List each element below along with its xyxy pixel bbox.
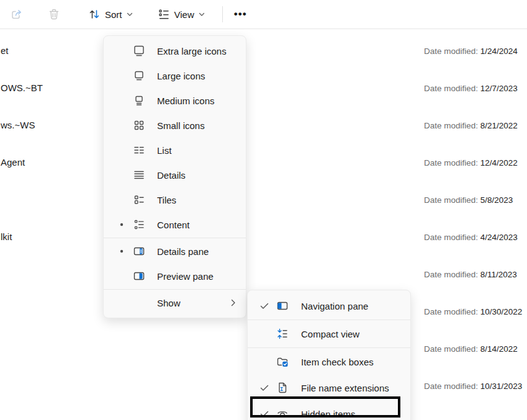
submenu-item-file-name-extensions[interactable]: File name extensions (248, 375, 410, 401)
date-modified: Date modified: 4/24/2023 (424, 231, 518, 244)
date-modified: Date modified: 10/30/2022 (424, 306, 522, 318)
menu-item-label: Details pane (148, 246, 228, 257)
menu-separator (104, 289, 246, 290)
sort-icon (88, 8, 101, 20)
view-dropdown-menu: Extra large icons Large icons Medium ico… (103, 35, 246, 318)
chevron-down-icon (127, 12, 133, 17)
menu-separator (248, 319, 410, 320)
view-button-label: View (174, 9, 194, 20)
file-row[interactable]: lkit Date modified: 4/24/2023 (0, 224, 527, 262)
tiles-icon (130, 194, 148, 206)
file-row[interactable]: OWS.~BT Date modified: 12/7/2023 (0, 75, 527, 113)
menu-item-tiles[interactable]: Tiles (104, 187, 246, 212)
submenu-item-item-check-boxes[interactable]: Item check boxes (248, 349, 410, 375)
show-submenu: Navigation pane Compact view (247, 290, 411, 420)
menu-item-label: Content (148, 220, 228, 230)
check-icon (256, 303, 273, 310)
date-modified: Date modified: 1/24/2024 (424, 45, 518, 58)
chevron-down-icon (199, 12, 205, 17)
details-pane-icon (130, 245, 148, 257)
menu-item-list[interactable]: List (104, 138, 246, 163)
file-row[interactable]: Agent Date modified: 12/4/2022 (0, 150, 527, 187)
submenu-item-hidden-items[interactable]: Hidden items (248, 401, 410, 420)
menu-item-preview-pane[interactable]: Preview pane (104, 264, 246, 288)
menu-item-show[interactable]: Show (104, 290, 246, 315)
see-more-button[interactable]: ••• (229, 4, 252, 24)
file-name: et (1, 44, 9, 58)
content-icon (130, 218, 148, 231)
sort-button-label: Sort (105, 9, 122, 20)
date-modified: Date modified: 12/4/2022 (424, 157, 518, 169)
date-modified: Date modified: 8/21/2022 (424, 120, 518, 132)
compact-view-icon (273, 328, 292, 340)
submenu-item-compact-view[interactable]: Compact view (248, 321, 410, 347)
menu-item-details[interactable]: Details (104, 163, 246, 187)
sort-button[interactable]: Sort (83, 4, 138, 24)
file-name: ws.~WS (1, 118, 35, 132)
menu-item-large-icons[interactable]: Large icons (104, 63, 246, 88)
file-row[interactable]: Date modified: 5/8/2023 (0, 187, 527, 225)
large-icons-icon (130, 69, 148, 82)
menu-item-label: Medium icons (148, 96, 228, 106)
file-name: OWS.~BT (1, 81, 43, 95)
menu-item-label: Extra large icons (148, 46, 228, 56)
file-row[interactable]: ws.~WS Date modified: 8/21/2022 (0, 112, 527, 150)
file-name: Agent (1, 156, 25, 169)
trash-icon (47, 7, 61, 21)
menu-item-label: Large icons (148, 71, 228, 81)
preview-pane-icon (130, 270, 148, 282)
menu-separator (104, 238, 246, 238)
check-icon (256, 385, 273, 391)
item-check-boxes-icon (273, 355, 292, 368)
details-icon (130, 169, 148, 181)
menu-item-label: Show (148, 298, 228, 308)
date-modified: Date modified: 10/31/2023 (424, 380, 522, 393)
medium-icons-icon (130, 94, 148, 107)
submenu-item-navigation-pane[interactable]: Navigation pane (248, 293, 410, 319)
file-row[interactable]: et Date modified: 1/24/2024 (0, 38, 527, 76)
menu-item-label: Small icons (148, 120, 228, 131)
submenu-item-label: File name extensions (292, 383, 403, 393)
file-name: lkit (1, 230, 12, 244)
navigation-pane-icon (273, 300, 292, 312)
menu-item-content[interactable]: Content (104, 212, 246, 237)
date-modified: Date modified: 5/8/2023 (424, 194, 513, 207)
menu-item-small-icons[interactable]: Small icons (104, 113, 246, 138)
view-button[interactable]: View (153, 4, 210, 24)
file-name-extensions-icon (273, 382, 292, 394)
menu-item-label: Details (148, 170, 228, 181)
list-icon (130, 144, 148, 156)
selected-bullet (114, 249, 130, 254)
menu-item-label: Preview pane (148, 271, 228, 282)
date-modified: Date modified: 8/14/2022 (424, 343, 518, 355)
chevron-right-icon (228, 299, 238, 306)
menu-item-details-pane[interactable]: Details pane (104, 239, 246, 264)
submenu-item-label: Hidden items (292, 409, 403, 419)
menu-item-extra-large-icons[interactable]: Extra large icons (104, 38, 246, 63)
small-icons-icon (130, 119, 148, 132)
share-icon (10, 7, 24, 21)
toolbar-divider (222, 6, 223, 22)
submenu-item-label: Item check boxes (292, 357, 403, 367)
view-icon (158, 8, 170, 20)
command-toolbar: Sort View ••• (0, 0, 527, 29)
menu-separator (248, 347, 410, 348)
share-button[interactable] (5, 4, 29, 25)
delete-button[interactable] (42, 4, 66, 25)
extra-large-icons-icon (130, 45, 148, 57)
date-modified: Date modified: 8/11/2023 (424, 269, 517, 281)
menu-item-label: Tiles (148, 195, 228, 205)
menu-item-label: List (148, 145, 228, 156)
date-modified: Date modified: 12/7/2023 (424, 83, 518, 95)
file-explorer-window: et Date modified: 1/24/2024 OWS.~BT Date… (0, 0, 527, 420)
selected-bullet (114, 222, 130, 227)
submenu-item-label: Navigation pane (292, 301, 403, 311)
submenu-item-label: Compact view (292, 329, 403, 339)
menu-item-medium-icons[interactable]: Medium icons (104, 88, 246, 113)
check-icon (256, 411, 273, 418)
hidden-items-eye-icon (273, 408, 292, 420)
